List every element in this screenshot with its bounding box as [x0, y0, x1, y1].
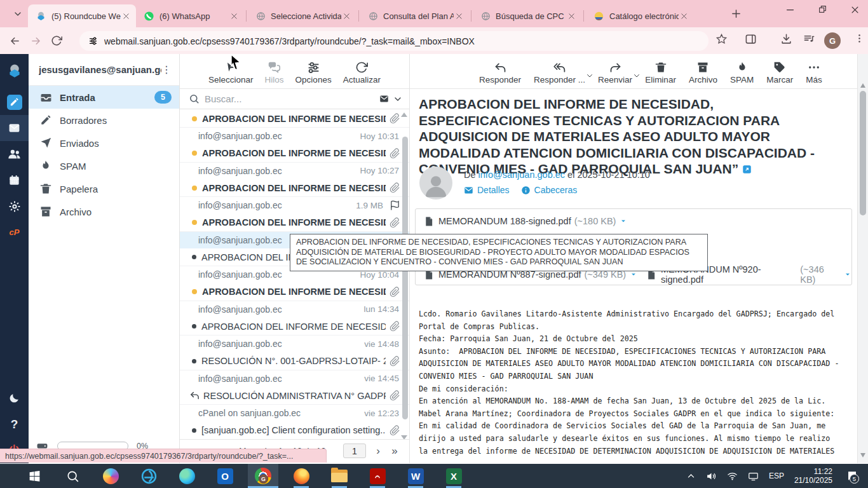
taskbar-copilot-button[interactable] — [95, 464, 126, 488]
message-subject-line[interactable]: RESOLUCIÓN ADMINISTRATIVA N° GADPR... — [180, 387, 409, 404]
taskbar-outlook-button[interactable]: O — [210, 464, 240, 488]
taskbar-start-button[interactable] — [19, 464, 50, 488]
browser-tab-4[interactable]: Búsqueda de CPC en — [473, 4, 581, 27]
search-scope-envelope-icon[interactable] — [379, 94, 389, 104]
scroll-up-icon[interactable] — [860, 83, 865, 88]
tab-close-icon[interactable] — [341, 11, 351, 21]
keyboard-language[interactable]: ESP — [769, 471, 784, 480]
list-scrollbar-thumb[interactable] — [402, 137, 408, 419]
message-toolbar-eliminarbutton[interactable]: Eliminar — [642, 60, 679, 85]
sidebar-folder-spam[interactable]: SPAM — [29, 154, 179, 177]
new-tab-button[interactable] — [731, 8, 742, 19]
taskbar-ie-button[interactable] — [133, 464, 164, 488]
window-restore-button[interactable] — [818, 5, 827, 13]
sidebar-folder-archivo[interactable]: Archivo — [29, 200, 179, 223]
bookmark-star-icon[interactable] — [715, 33, 728, 45]
unread-status-dot[interactable] — [192, 289, 197, 294]
flag-icon[interactable] — [390, 200, 400, 211]
taskbar-chrome-button[interactable]: G — [248, 464, 278, 488]
contacts-nav-button[interactable] — [0, 141, 29, 167]
message-subject-line[interactable]: APROBACION DEL INFORME DE NECESIDA... — [180, 179, 409, 196]
mail-nav-button[interactable] — [0, 115, 29, 141]
read-status-dot[interactable] — [192, 428, 196, 433]
volume-icon[interactable] — [706, 471, 717, 482]
message-meta-line[interactable]: info@sanjuan.gob.ecHoy 10:31 — [180, 127, 409, 144]
browser-profile-avatar[interactable]: G — [824, 32, 841, 49]
tab-close-icon[interactable] — [121, 11, 131, 21]
message-toolbar-responderbutton[interactable]: Responder — [477, 60, 524, 85]
tab-close-icon[interactable] — [679, 11, 689, 21]
read-status-dot[interactable] — [192, 359, 196, 363]
unread-status-dot[interactable] — [192, 220, 197, 225]
action-center-icon[interactable]: 5 — [843, 466, 862, 485]
browser-tab-3[interactable]: Consulta del Plan Anu — [361, 4, 469, 27]
browser-tab-2[interactable]: Seleccione Actividad — [248, 4, 356, 27]
settings-nav-button[interactable] — [0, 193, 29, 219]
cpanel-button[interactable]: cP — [0, 219, 29, 245]
pager-last-button[interactable]: » — [386, 445, 403, 458]
attachment-menu-caret-icon[interactable] — [630, 271, 637, 278]
taskbar-word-button[interactable]: W — [400, 464, 431, 488]
reload-button[interactable] — [51, 35, 62, 46]
sidebar-folder-entrada[interactable]: Entrada5 — [29, 86, 179, 109]
preview-scrollbar-thumb[interactable] — [860, 91, 866, 215]
tab-close-icon[interactable] — [566, 11, 576, 21]
address-bar[interactable]: webmail.sanjuan.gob.ec/cpsess9740179367/… — [79, 31, 709, 51]
account-menu-icon[interactable]: ⋮ — [161, 64, 172, 76]
site-settings-icon[interactable] — [88, 36, 98, 46]
message-subject-line[interactable]: [sanjuan.gob.ec] Client configuration se… — [180, 422, 409, 439]
list-toolbar-opciones-button[interactable]: Opciones — [293, 60, 334, 85]
list-toolbar-actualizar-button[interactable]: Actualizar — [341, 60, 383, 85]
message-subject-line[interactable]: APROBACION DEL INFORME DE NECESIDA... — [180, 214, 409, 231]
forward-button[interactable] — [30, 35, 42, 47]
dropdown-caret-icon[interactable] — [586, 69, 593, 83]
message-subject-line[interactable]: APROBACION DEL INFORME DE NECESIDA... — [180, 283, 409, 301]
external-link-icon[interactable] — [742, 165, 752, 174]
attachment-menu-caret-icon[interactable] — [620, 217, 627, 225]
list-scroll-up-icon[interactable] — [401, 112, 407, 117]
message-meta-line[interactable]: info@sanjuan.gob.ecvie 14:45 — [180, 370, 409, 387]
sidebar-folder-papelera[interactable]: Papelera — [29, 177, 179, 200]
back-button[interactable] — [9, 35, 21, 47]
message-subject-line[interactable]: APROBACION DEL INFORME DE NECESIDA... — [180, 318, 409, 335]
list-toolbar-seleccionar-button[interactable]: Seleccionar — [206, 60, 256, 85]
message-meta-line[interactable]: info@sanjuan.gob.ecvie 14:48 — [180, 335, 409, 352]
taskbar-excel-button[interactable]: X — [438, 464, 469, 488]
compose-button[interactable] — [0, 89, 29, 115]
message-toolbar-spambutton[interactable]: SPAM — [728, 60, 756, 85]
message-toolbar-responder-button[interactable]: Responder ... — [531, 60, 588, 85]
message-meta-line[interactable]: info@sanjuan.gob.ec1.9 MB — [180, 196, 409, 214]
browser-tab-0[interactable]: (5) Roundcube Webm — [28, 4, 136, 27]
list-toolbar-hilos-button[interactable]: Hilos — [262, 60, 287, 85]
message-subject-line[interactable]: APROBACION DEL INFORME DE NECESIDA... — [180, 110, 409, 127]
attachment-name[interactable]: MEMORANDUM 188-signed.pdf — [438, 216, 571, 226]
dark-mode-button[interactable] — [0, 385, 29, 411]
sender-email-link[interactable]: info@sanjuan.gob.ec — [478, 170, 565, 180]
tray-clock[interactable]: 11:22 21/10/2025 — [794, 467, 832, 485]
unread-status-dot[interactable] — [192, 116, 197, 121]
calendar-nav-button[interactable] — [0, 167, 29, 193]
window-close-button[interactable] — [850, 5, 860, 15]
sidebar-folder-enviados[interactable]: Enviados — [29, 132, 179, 154]
pager-page-input[interactable]: 1 — [343, 444, 366, 458]
wifi-icon[interactable] — [727, 471, 738, 482]
taskbar-acrobat-button[interactable] — [362, 464, 393, 488]
attachment-item-0[interactable]: MEMORANDUM 188-signed.pdf(~180 KB) — [423, 214, 627, 228]
message-toolbar-másbutton[interactable]: Más — [803, 60, 825, 85]
message-toolbar-reenviarbutton[interactable]: Reenviar — [595, 60, 635, 85]
message-meta-line[interactable]: info@sanjuan.gob.eclun 14:34 — [180, 301, 409, 318]
message-subject-line[interactable]: RESOLUCIÓN N°. 001-GADPRSJ-LOTAIP- 20... — [180, 353, 409, 370]
tray-chevron-up-icon[interactable] — [686, 471, 696, 481]
message-meta-line[interactable]: cPanel on sanjuan.gob.ecvie 12:23 — [180, 404, 409, 421]
tab-search-chevron-icon[interactable] — [13, 9, 23, 19]
side-panel-icon[interactable] — [745, 33, 757, 45]
message-meta-line[interactable]: info@sanjuan.gob.ecHoy 10:27 — [180, 162, 409, 179]
unread-status-dot[interactable] — [192, 151, 197, 156]
taskbar-explorer-button[interactable] — [324, 464, 355, 488]
connect-icon[interactable] — [748, 471, 759, 482]
pager-next-button[interactable]: › — [370, 445, 386, 458]
unread-status-dot[interactable] — [192, 186, 197, 191]
scroll-down-icon[interactable] — [860, 453, 865, 458]
downloads-icon[interactable] — [780, 33, 792, 45]
taskbar-firefox-button[interactable] — [286, 464, 316, 488]
